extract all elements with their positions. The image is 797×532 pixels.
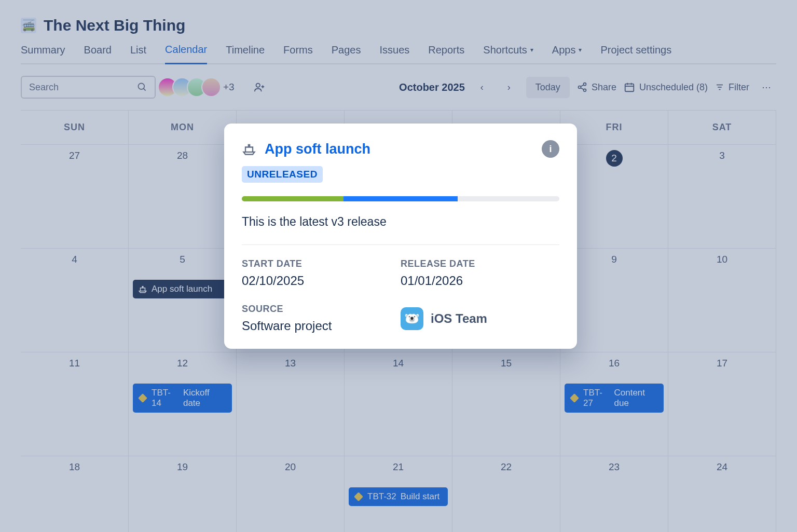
release-date-label: RELEASE DATE	[401, 258, 559, 269]
start-date-label: START DATE	[242, 258, 401, 269]
info-icon[interactable]: i	[542, 140, 559, 158]
progress-bar	[242, 196, 559, 201]
team-icon: 🐻‍❄️	[401, 307, 423, 330]
status-badge: UNRELEASED	[242, 166, 323, 183]
team-name: iOS Team	[431, 311, 487, 326]
start-date-value: 02/10/2025	[242, 274, 401, 288]
modal-title[interactable]: App soft launch	[265, 141, 370, 157]
source-value: Software project	[242, 319, 401, 333]
ship-icon	[242, 142, 256, 156]
release-detail-modal: App soft launch i UNRELEASED This is the…	[224, 124, 577, 349]
team-link[interactable]: 🐻‍❄️ iOS Team	[401, 304, 559, 333]
modal-description: This is the latest v3 release	[242, 215, 559, 229]
source-label: SOURCE	[242, 304, 401, 315]
release-date-value: 01/01/2026	[401, 274, 559, 288]
